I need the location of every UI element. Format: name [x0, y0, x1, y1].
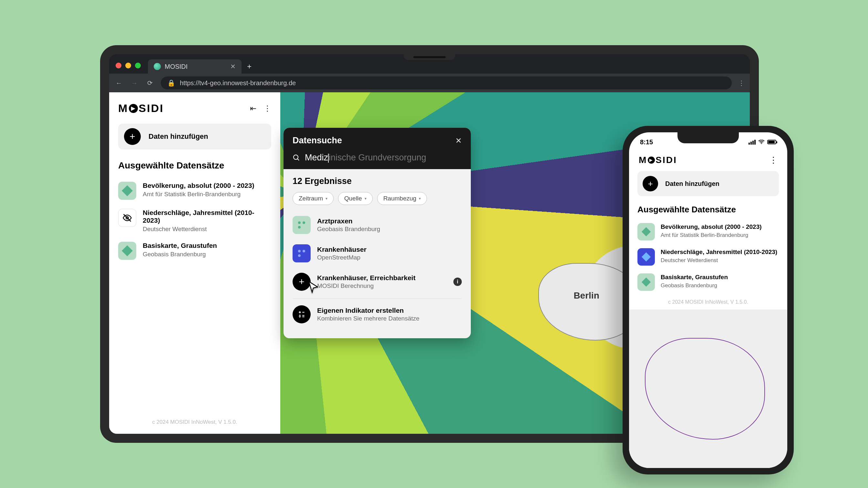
data-search-popover: Datensuche ✕ Medizinische Grundversorgun…: [283, 128, 471, 338]
dataset-source: Deutscher Wetterdienst: [661, 257, 777, 264]
result-icon: [292, 244, 311, 262]
logo-o-icon: ▶: [129, 104, 138, 113]
selected-datasets-heading: Ausgewählte Datensätze: [118, 160, 271, 171]
phone-add-data-card[interactable]: + Daten hinzufügen: [638, 171, 779, 196]
search-placeholder-ghost: inische Grundversorgung: [329, 153, 426, 162]
browser-tab[interactable]: MOSIDI ✕: [148, 59, 242, 73]
phone-dataset-item[interactable]: Niederschläge, Jahresmittel (2010-2023)D…: [638, 244, 779, 269]
collapse-sidebar-button[interactable]: ⇤: [250, 104, 256, 113]
phone-map[interactable]: [629, 310, 787, 468]
phone-dataset-item[interactable]: Basiskarte, GraustufenGeobasis Brandenbu…: [638, 269, 779, 295]
filter-chip-label: Zeitraum: [299, 195, 323, 202]
dataset-source: Geobasis Brandenburg: [143, 251, 217, 258]
dataset-source: Amt für Statistik Berlin-Brandenburg: [143, 191, 254, 198]
create-indicator-sub: Kombinieren Sie mehrere Datensätze: [317, 315, 420, 322]
dataset-icon: [638, 223, 655, 240]
search-close-button[interactable]: ✕: [455, 136, 462, 145]
dataset-icon: [638, 273, 655, 291]
result-source: OpenStreetMap: [317, 254, 367, 261]
results-count: 12 Ergebnisse: [292, 176, 462, 186]
search-result-item[interactable]: +Krankenhäuser, ErreichbarkeitMOSIDI Ber…: [292, 267, 462, 296]
chevron-down-icon: ▾: [419, 196, 421, 201]
dataset-item[interactable]: Bevölkerung, absolut (2000 - 2023)Amt fü…: [118, 177, 271, 204]
dataset-icon: [118, 182, 136, 200]
search-result-item[interactable]: KrankenhäuserOpenStreetMap: [292, 239, 462, 267]
phone-notch: [678, 132, 739, 143]
add-data-plus-icon: +: [643, 176, 658, 191]
browser-menu-button[interactable]: ⋮: [738, 79, 745, 87]
tab-close-icon[interactable]: ✕: [230, 63, 236, 70]
filter-chip[interactable]: Raumbezug▾: [377, 192, 427, 205]
result-source: MOSIDI Berechnung: [317, 283, 415, 290]
dataset-item[interactable]: Niederschläge, Jahresmittel (2010-2023)D…: [118, 204, 271, 237]
back-button[interactable]: ←: [114, 79, 123, 87]
url-text: https://tv4-geo.innowest-brandenburg.de: [180, 79, 296, 87]
svg-line-3: [298, 159, 299, 160]
search-result-item[interactable]: ArztpraxenGeobasis Brandenburg: [292, 211, 462, 239]
sidebar-menu-button[interactable]: ⋮: [264, 104, 271, 113]
create-indicator-title: Eigenen Indikator erstellen: [317, 306, 420, 314]
calculator-icon: [292, 305, 311, 323]
phone-region-outline: [645, 338, 765, 439]
window-controls[interactable]: [116, 63, 141, 68]
svg-point-12: [761, 143, 762, 144]
dataset-title: Basiskarte, Graustufen: [661, 273, 728, 281]
browser-toolbar: ← → ⟳ 🔒 https://tv4-geo.innowest-branden…: [109, 73, 750, 92]
visibility-off-icon[interactable]: [118, 209, 136, 227]
phone-menu-button[interactable]: ⋮: [769, 155, 778, 165]
dataset-source: Deutscher Wetterdienst: [143, 226, 271, 233]
minimize-window-button[interactable]: [125, 63, 131, 68]
result-source: Geobasis Brandenburg: [317, 226, 380, 233]
lock-icon: 🔒: [167, 79, 175, 87]
logo-o-icon: ▶: [648, 157, 655, 164]
dataset-title: Bevölkerung, absolut (2000 - 2023): [661, 223, 762, 231]
add-data-plus-icon: +: [124, 128, 141, 145]
search-input[interactable]: Medizinische Grundversorgung: [292, 153, 462, 163]
wifi-icon: [758, 140, 765, 144]
signal-icon: [748, 140, 755, 144]
phone-footer: c 2024 MOSIDI InNoWest, V 1.5.0.: [638, 295, 779, 308]
search-icon: [292, 154, 300, 162]
close-window-button[interactable]: [116, 63, 121, 68]
phone-app-logo: M▶SIDI: [639, 155, 677, 165]
new-tab-button[interactable]: +: [244, 61, 255, 72]
phone-dataset-item[interactable]: Bevölkerung, absolut (2000 - 2023)Amt fü…: [638, 219, 779, 244]
map-city-label: Berlin: [574, 290, 599, 301]
svg-point-8: [300, 315, 300, 315]
app-logo: M▶SIDI: [118, 102, 164, 115]
forward-button[interactable]: →: [130, 79, 139, 87]
chevron-down-icon: ▾: [365, 196, 367, 201]
result-icon: [292, 216, 311, 234]
filter-chip-label: Raumbezug: [383, 195, 416, 202]
add-result-button[interactable]: +: [292, 273, 311, 291]
dataset-icon: [118, 242, 136, 260]
add-data-label: Daten hinzufügen: [149, 132, 208, 141]
search-typed-text: Mediz: [305, 153, 328, 162]
filter-chip[interactable]: Quelle▾: [338, 192, 373, 205]
phone-screen: 8:15 M▶SIDI ⋮ + Daten hinzufügen Au: [629, 132, 787, 468]
dataset-icon: [638, 248, 655, 266]
svg-point-9: [300, 317, 300, 317]
phone-add-data-label: Daten hinzufügen: [665, 180, 719, 188]
reload-button[interactable]: ⟳: [145, 79, 154, 87]
laptop-notch: [404, 54, 455, 60]
tab-favicon: [154, 63, 161, 70]
filter-chip[interactable]: Zeitraum▾: [292, 192, 334, 205]
dataset-source: Geobasis Brandenburg: [661, 283, 728, 289]
phone-frame: 8:15 M▶SIDI ⋮ + Daten hinzufügen Au: [623, 126, 794, 475]
filter-chip-label: Quelle: [344, 195, 362, 202]
result-title: Arztpraxen: [317, 217, 380, 225]
dataset-source: Amt für Statistik Berlin-Brandenburg: [661, 232, 762, 238]
dataset-title: Niederschläge, Jahresmittel (2010-2023): [661, 248, 777, 256]
sidebar-footer: c 2024 MOSIDI InNoWest, V 1.5.0.: [118, 414, 271, 430]
svg-point-2: [293, 155, 298, 159]
phone-selected-datasets-heading: Ausgewählte Datensätze: [638, 205, 779, 215]
dataset-title: Niederschläge, Jahresmittel (2010-2023): [143, 209, 271, 224]
maximize-window-button[interactable]: [135, 63, 141, 68]
dataset-item[interactable]: Basiskarte, GraustufenGeobasis Brandenbu…: [118, 237, 271, 264]
add-data-card[interactable]: + Daten hinzufügen: [118, 124, 271, 150]
create-indicator-row[interactable]: Eigenen Indikator erstellen Kombinieren …: [292, 300, 462, 329]
info-icon[interactable]: i: [454, 278, 462, 286]
search-popover-title: Datensuche: [292, 135, 342, 145]
address-bar[interactable]: 🔒 https://tv4-geo.innowest-brandenburg.d…: [161, 76, 732, 89]
